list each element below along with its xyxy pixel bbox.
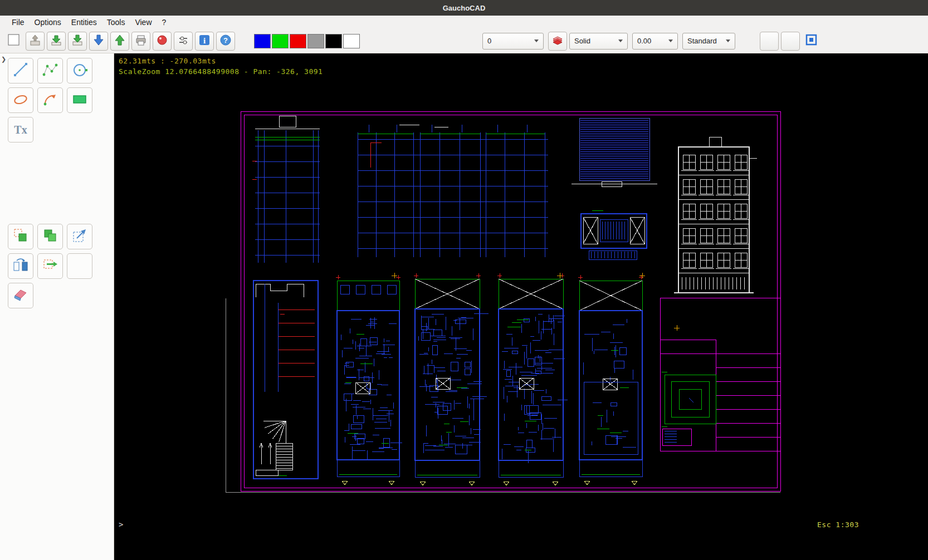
rectangle-icon xyxy=(71,91,88,110)
settings-button[interactable] xyxy=(174,32,193,51)
layer-dropdown[interactable]: 0 xyxy=(482,33,544,50)
color-swatch-green[interactable] xyxy=(272,34,289,48)
ellipse-icon xyxy=(12,91,29,110)
rectangle-tool-button[interactable] xyxy=(67,87,92,113)
tool-palette: ❯ xyxy=(0,53,114,560)
blank-button-1[interactable] xyxy=(760,32,779,51)
color-swatch-white[interactable] xyxy=(343,34,360,48)
save-icon xyxy=(50,34,62,48)
layer-value: 0 xyxy=(487,37,528,45)
duplicate-tool-button[interactable] xyxy=(37,224,63,249)
print-icon xyxy=(135,34,147,48)
palette-expander[interactable]: ❯ xyxy=(1,56,6,63)
menu-tools[interactable]: Tools xyxy=(102,17,130,28)
chevron-down-icon xyxy=(618,40,623,42)
help-button[interactable]: ? xyxy=(216,32,235,51)
lineweight-value: 0.00 xyxy=(637,37,662,45)
drawing-canvas: 62.31mts : -270.03mts ScaleZoom 12.07664… xyxy=(114,53,928,560)
arc-icon xyxy=(42,91,58,110)
layers-icon xyxy=(551,34,564,48)
copy-tool-button[interactable] xyxy=(8,224,33,249)
circle-tool-button[interactable] xyxy=(67,58,92,83)
style-dropdown[interactable]: Standard xyxy=(682,33,735,50)
save-button[interactable] xyxy=(47,32,66,51)
layers-button[interactable] xyxy=(548,32,567,51)
save-as-button[interactable] xyxy=(68,32,87,51)
cad-drawing[interactable] xyxy=(114,53,928,560)
scale-icon xyxy=(71,227,88,246)
linetype-dropdown[interactable]: Solid xyxy=(569,33,628,50)
chevron-down-icon xyxy=(668,40,673,42)
color-swatch-red[interactable] xyxy=(290,34,306,48)
chevron-down-icon xyxy=(726,40,730,42)
save-as-icon xyxy=(71,34,84,48)
move-tool-button[interactable] xyxy=(37,253,63,279)
menu-file[interactable]: File xyxy=(7,17,30,28)
arc-tool-button[interactable] xyxy=(37,87,63,113)
fit-view-button[interactable] xyxy=(802,32,821,51)
menu-options[interactable]: Options xyxy=(30,17,66,28)
upload-arrow-icon xyxy=(113,33,126,49)
lineweight-dropdown[interactable]: 0.00 xyxy=(632,33,678,50)
ellipse-tool-button[interactable] xyxy=(8,87,33,113)
info-icon: i xyxy=(198,34,211,48)
window-title: GauchoCAD xyxy=(443,4,486,12)
info-button[interactable]: i xyxy=(195,32,214,51)
empty-tool-slot[interactable] xyxy=(67,253,92,279)
linetype-value: Solid xyxy=(574,37,612,45)
menu-help[interactable]: ? xyxy=(157,17,172,28)
new-file-icon xyxy=(7,33,21,49)
rotate-icon xyxy=(12,257,29,276)
fit-view-icon xyxy=(805,33,818,49)
download-arrow-icon xyxy=(92,33,105,49)
chevron-down-icon xyxy=(534,40,539,42)
new-file-button[interactable] xyxy=(4,32,23,51)
color-swatch-blue[interactable] xyxy=(254,34,271,48)
open-button[interactable] xyxy=(26,32,45,51)
duplicate-icon xyxy=(42,227,58,246)
eraser-tool-button[interactable] xyxy=(8,283,33,308)
line-tool-button[interactable] xyxy=(8,58,33,83)
upload-button[interactable] xyxy=(110,32,129,51)
app-window: GauchoCAD File Options Entities Tools Vi… xyxy=(0,0,928,560)
style-value: Standard xyxy=(687,37,719,45)
command-prompt[interactable]: > xyxy=(119,520,124,529)
menu-entities[interactable]: Entities xyxy=(66,17,102,28)
move-icon xyxy=(42,257,58,276)
svg-text:?: ? xyxy=(223,36,228,45)
title-bar: GauchoCAD xyxy=(0,0,928,16)
rotate-tool-button[interactable] xyxy=(8,253,33,279)
circle-icon xyxy=(71,61,88,80)
polyline-tool-button[interactable] xyxy=(37,58,63,83)
color-swatch-black[interactable] xyxy=(325,34,342,48)
print-button[interactable] xyxy=(131,32,150,51)
record-button[interactable] xyxy=(153,32,172,51)
coords-readout: 62.31mts : -270.03mts xyxy=(119,57,216,65)
polyline-icon xyxy=(42,61,58,80)
sliders-icon xyxy=(177,34,189,48)
menu-bar: File Options Entities Tools View ? xyxy=(0,16,928,29)
eraser-icon xyxy=(12,286,29,305)
help-icon: ? xyxy=(219,34,232,48)
download-button[interactable] xyxy=(89,32,108,51)
scale-tool-button[interactable] xyxy=(67,224,92,249)
open-icon xyxy=(29,34,41,48)
text-tool-label: Tx xyxy=(14,124,27,136)
scale-readout: Esc 1:303 xyxy=(817,520,859,529)
blank-button-2[interactable] xyxy=(781,32,800,51)
line-icon xyxy=(12,61,29,80)
text-tool-button[interactable]: Tx xyxy=(8,117,33,143)
zoom-readout: ScaleZoom 12.0766488499008 - Pan: -326, … xyxy=(119,67,323,76)
svg-text:i: i xyxy=(203,36,206,45)
menu-view[interactable]: View xyxy=(130,17,157,28)
main-toolbar: i ? 0 Solid 0.00 Standard xyxy=(0,29,928,53)
copy-icon xyxy=(12,227,29,246)
record-icon xyxy=(156,34,168,48)
color-swatch-gray[interactable] xyxy=(307,34,324,48)
main-area: ❯ xyxy=(0,53,928,560)
